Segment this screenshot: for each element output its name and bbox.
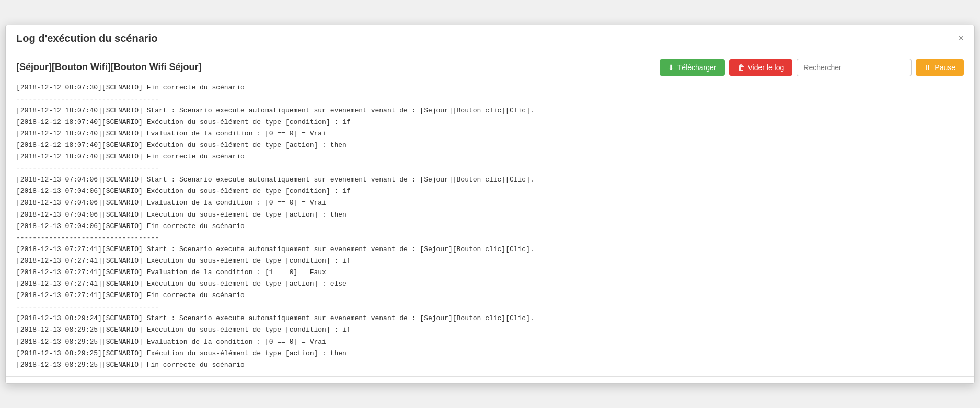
scenario-title: [Séjour][Bouton Wifi][Bouton Wifi Séjour… [16,62,202,73]
log-line: [2018-12-12 18:07:40][SCENARIO] Exécutio… [16,117,964,128]
log-line: [2018-12-13 08:29:25][SCENARIO] Fin corr… [16,359,964,371]
pause-label: Pause [935,63,955,72]
clear-label: Vider le log [748,63,785,72]
log-line: ----------------------------------- [16,232,964,244]
log-line: [2018-12-12 08:07:30][SCENARIO] Fin corr… [16,83,964,94]
log-line: ----------------------------------- [16,163,964,174]
log-line: [2018-12-13 07:04:06][SCENARIO] Evaluati… [16,197,964,209]
log-line: [2018-12-13 08:29:25][SCENARIO] Exécutio… [16,324,964,336]
toolbar-actions: ⬇ Télécharger 🗑 Vider le log ⏸ Pause [660,59,964,76]
log-line: [2018-12-13 07:27:41][SCENARIO] Start : … [16,244,964,255]
clear-log-button[interactable]: 🗑 Vider le log [729,59,793,76]
search-input[interactable] [797,59,912,76]
log-line: [2018-12-13 07:04:06][SCENARIO] Exécutio… [16,209,964,221]
log-line: [2018-12-13 07:04:06][SCENARIO] Exécutio… [16,186,964,197]
download-icon: ⬇ [668,63,674,72]
trash-icon: 🗑 [737,63,745,72]
download-label: Télécharger [677,63,717,72]
pause-button[interactable]: ⏸ Pause [916,59,964,76]
log-line: [2018-12-13 08:29:25][SCENARIO] Evaluati… [16,336,964,348]
modal-footer [6,376,974,383]
toolbar: [Séjour][Bouton Wifi][Bouton Wifi Séjour… [6,52,974,83]
log-line: [2018-12-13 07:27:41][SCENARIO] Exécutio… [16,278,964,290]
log-line: [2018-12-13 07:27:41][SCENARIO] Evaluati… [16,267,964,278]
log-line: [2018-12-13 07:04:06][SCENARIO] Start : … [16,174,964,186]
log-line: ----------------------------------- [16,301,964,313]
log-line: [2018-12-12 18:07:40][SCENARIO] Evaluati… [16,128,964,140]
log-line: ----------------------------------- [16,94,964,105]
download-button[interactable]: ⬇ Télécharger [660,59,725,76]
log-line: [2018-12-13 08:29:24][SCENARIO] Start : … [16,313,964,324]
log-line: [2018-12-13 07:27:41][SCENARIO] Exécutio… [16,255,964,267]
log-line: [2018-12-12 18:07:40][SCENARIO] Fin corr… [16,151,964,163]
modal-title: Log d'exécution du scénario [16,32,157,44]
log-container[interactable]: [2018-12-12 08:07:30][SCENARIO] Fin corr… [6,83,974,376]
close-button[interactable]: × [958,33,964,43]
log-line: [2018-12-13 07:04:06][SCENARIO] Fin corr… [16,221,964,232]
log-line: [2018-12-12 18:07:40][SCENARIO] Start : … [16,105,964,117]
pause-icon: ⏸ [924,63,931,72]
log-line: [2018-12-12 18:07:40][SCENARIO] Exécutio… [16,140,964,151]
modal-header: Log d'exécution du scénario × [6,25,974,52]
log-modal: Log d'exécution du scénario × [Séjour][B… [5,25,975,384]
log-line: [2018-12-13 07:27:41][SCENARIO] Fin corr… [16,290,964,301]
log-line: [2018-12-13 08:29:25][SCENARIO] Exécutio… [16,348,964,359]
